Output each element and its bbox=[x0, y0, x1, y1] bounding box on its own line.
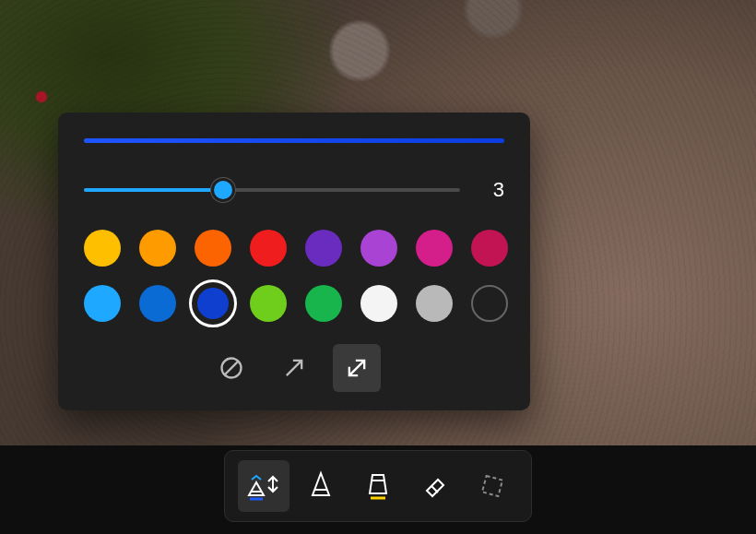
bottom-band bbox=[0, 445, 756, 534]
svg-line-2 bbox=[287, 361, 301, 375]
svg-rect-11 bbox=[482, 476, 502, 496]
arrow-style-row bbox=[84, 344, 504, 392]
color-swatch[interactable] bbox=[250, 230, 287, 267]
color-swatch[interactable] bbox=[195, 230, 231, 267]
color-swatch[interactable] bbox=[416, 230, 453, 267]
markup-toolbar bbox=[224, 450, 532, 522]
color-swatch[interactable] bbox=[305, 230, 342, 267]
color-swatch[interactable] bbox=[360, 230, 397, 267]
size-slider-row: 3 bbox=[84, 178, 504, 202]
color-swatch[interactable] bbox=[471, 285, 508, 322]
color-swatch[interactable] bbox=[250, 285, 287, 322]
arrow-single-button[interactable] bbox=[270, 344, 318, 392]
pen-arrow-tool[interactable] bbox=[238, 460, 289, 512]
color-swatch[interactable] bbox=[471, 230, 508, 267]
color-swatch[interactable] bbox=[139, 285, 176, 322]
slider-track-fill bbox=[84, 188, 223, 192]
pen-tool[interactable] bbox=[295, 460, 347, 512]
size-slider[interactable] bbox=[84, 183, 460, 197]
pen-options-panel: 3 bbox=[58, 113, 530, 410]
color-swatch[interactable] bbox=[84, 285, 121, 322]
color-swatch[interactable] bbox=[416, 285, 453, 322]
svg-line-1 bbox=[225, 362, 238, 374]
slider-thumb[interactable] bbox=[214, 181, 232, 199]
color-swatch[interactable] bbox=[195, 285, 231, 322]
svg-line-10 bbox=[431, 486, 438, 492]
color-swatch[interactable] bbox=[305, 285, 342, 322]
highlighter-tool[interactable] bbox=[352, 460, 404, 512]
color-swatch[interactable] bbox=[84, 230, 121, 267]
stroke-preview bbox=[84, 138, 504, 143]
arrow-none-button[interactable] bbox=[207, 344, 255, 392]
color-swatch[interactable] bbox=[139, 230, 176, 267]
arrow-double-button[interactable] bbox=[333, 344, 381, 392]
eraser-tool[interactable] bbox=[409, 460, 461, 512]
crop-tool[interactable] bbox=[467, 460, 518, 512]
color-swatch[interactable] bbox=[360, 285, 397, 322]
size-value: 3 bbox=[486, 178, 504, 202]
svg-line-3 bbox=[349, 361, 364, 375]
color-swatches bbox=[84, 230, 504, 322]
